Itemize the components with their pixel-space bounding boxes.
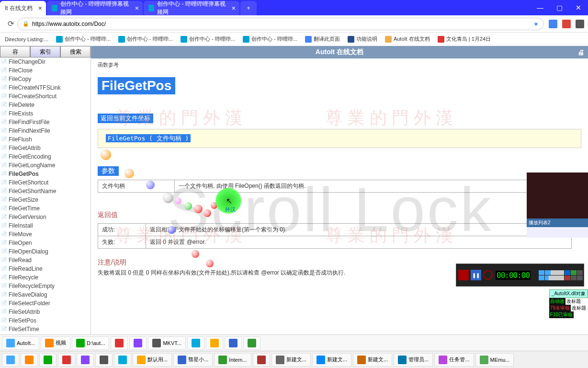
sidebar-item[interactable]: FileRecycle xyxy=(0,273,90,282)
sidebar-item[interactable]: FileReadLine xyxy=(0,264,90,273)
bilibili-icon xyxy=(118,36,125,43)
sidebar-item[interactable]: FileCopy xyxy=(0,75,90,83)
extension-icon[interactable] xyxy=(562,20,571,28)
taskbar-item[interactable]: 任务管... xyxy=(434,353,474,367)
sidebar-item[interactable]: FileGetShortName xyxy=(0,187,90,196)
taskbar-item[interactable]: 视频 xyxy=(41,336,70,350)
taskbar-item[interactable]: AutoIt... xyxy=(2,336,39,350)
pause-button[interactable]: ❚❚ xyxy=(471,270,481,280)
taskbar-item[interactable] xyxy=(39,353,57,367)
taskbar-item[interactable] xyxy=(243,336,260,350)
app-icon xyxy=(178,356,186,364)
sidebar-item[interactable]: FileSelectFolder xyxy=(0,299,90,308)
url-input[interactable]: 🔒 https://www.autoitx.com/Doc/ ★ xyxy=(17,18,544,30)
taskbar-item[interactable]: D:\aut... xyxy=(72,336,110,350)
browser-tab[interactable]: 创作中心 - 哔哩哔哩弹幕视频网 × xyxy=(144,1,239,15)
sidebar-item[interactable]: FileGetLongName xyxy=(0,161,90,170)
taskbar-item[interactable] xyxy=(187,336,204,350)
taskbar-item[interactable]: MEmu... xyxy=(475,353,514,367)
sidebar-item[interactable]: FileSaveDialog xyxy=(0,290,90,299)
bookmark-item[interactable]: 翻译此页面 xyxy=(303,34,342,44)
sidebar-item[interactable]: FileGetTime xyxy=(0,204,90,213)
close-icon[interactable]: × xyxy=(38,4,42,12)
close-icon[interactable]: × xyxy=(232,4,236,12)
sidebar-item[interactable]: FileSetTime xyxy=(0,325,90,334)
sidebar-item[interactable]: FileGetSize xyxy=(0,196,90,204)
translate-icon xyxy=(305,36,312,43)
bookmark-item[interactable]: 文化青岛 | 1月24日 xyxy=(436,34,493,44)
taskbar-item[interactable] xyxy=(2,353,19,367)
sidebar-item[interactable]: FileRecycleEmpty xyxy=(0,282,90,290)
video-thumbnail[interactable] xyxy=(527,172,588,218)
close-button[interactable]: ✕ xyxy=(569,0,588,15)
sidebar-item[interactable]: FileSetPos xyxy=(0,316,90,325)
taskbar-item[interactable]: 新建文... xyxy=(353,353,392,367)
playlist-controls[interactable] xyxy=(527,227,588,238)
bookmark-item[interactable]: 创作中心 - 哔哩哔... xyxy=(116,34,175,44)
sidebar-item[interactable]: FileExists xyxy=(0,109,90,118)
sidebar-item[interactable]: FileCreateShortcut xyxy=(0,92,90,101)
minimize-button[interactable]: — xyxy=(531,0,550,15)
bookmark-item[interactable]: 功能说明 xyxy=(346,34,379,44)
taskbar-item[interactable]: 新建文... xyxy=(312,353,351,367)
sidebar-item[interactable]: FileGetShortcut xyxy=(0,178,90,187)
extension-icon[interactable] xyxy=(576,20,584,28)
sidebar-item[interactable]: FileGetVersion xyxy=(0,213,90,221)
taskbar-item[interactable] xyxy=(206,336,223,350)
screen-recorder[interactable]: ❚❚ 00:00:00 xyxy=(456,264,584,287)
taskbar-item[interactable] xyxy=(21,353,38,367)
sidebar-item[interactable]: FileGetAttrib xyxy=(0,144,90,152)
right-video-panel: 播放列表2 xyxy=(527,172,588,238)
taskbar-item[interactable] xyxy=(111,336,128,350)
bookmark-item[interactable]: AutoIt 在线文档 xyxy=(383,34,432,44)
sidebar-item[interactable]: FileClose xyxy=(0,66,90,75)
bookmark-item[interactable]: 创作中心 - 哔哩哔... xyxy=(54,34,113,44)
taskbar-item[interactable]: Intern... xyxy=(214,353,251,367)
taskbar-item[interactable] xyxy=(77,353,94,367)
print-icon[interactable]: 🖨 xyxy=(577,48,584,56)
taskbar-item[interactable]: MKVT... xyxy=(148,336,186,350)
bookmark-star-icon[interactable]: ★ xyxy=(533,21,539,27)
browser-tab-active[interactable]: It 在线文档 × xyxy=(0,1,46,15)
reload-button[interactable]: ⟳ xyxy=(4,19,17,28)
taskbar-item[interactable] xyxy=(253,353,270,367)
sidebar-item[interactable]: FileFindFirstFile xyxy=(0,118,90,126)
sidebar-item[interactable]: FileDelete xyxy=(0,101,90,109)
sidebar-item[interactable]: FileGetEncoding xyxy=(0,152,90,161)
sidebar-item[interactable]: FileFlush xyxy=(0,135,90,144)
taskbar-item[interactable]: 默认用... xyxy=(133,353,172,367)
sidebar-tab-search[interactable]: 搜索 xyxy=(60,46,90,58)
taskbar-item[interactable]: 管理员... xyxy=(394,353,433,367)
bookmark-item[interactable]: Directory Listing:... xyxy=(3,35,50,43)
close-icon[interactable]: × xyxy=(135,4,139,12)
new-tab-button[interactable]: + xyxy=(240,1,257,15)
bookmark-item[interactable]: 创作中心 - 哔哩哔... xyxy=(179,34,237,44)
sidebar-item[interactable]: FileFindNextFile xyxy=(0,126,90,135)
sidebar-item[interactable]: FileGetPos xyxy=(0,170,90,178)
sidebar-item[interactable]: FileMove xyxy=(0,230,90,239)
sidebar-tab-contents[interactable]: 容 xyxy=(0,46,30,58)
sidebar-item[interactable]: FileOpen xyxy=(0,239,90,247)
taskbar-item[interactable]: 新建文... xyxy=(271,353,311,367)
app-icon xyxy=(248,339,256,347)
sidebar-list[interactable]: FileChangeDirFileCloseFileCopyFileCreate… xyxy=(0,58,90,334)
translate-icon[interactable] xyxy=(549,20,557,28)
taskbar-item[interactable]: 彗星小... xyxy=(173,353,213,367)
sidebar-item[interactable]: FileOpenDialog xyxy=(0,247,90,256)
taskbar-item[interactable] xyxy=(95,353,113,367)
taskbar-item[interactable] xyxy=(58,353,75,367)
maximize-button[interactable]: ▢ xyxy=(550,0,569,15)
taskbar-item[interactable] xyxy=(129,336,147,350)
status-panel: _AutoItX.dll对象 自动改改标题 79未审核改标题 F10已审核 xyxy=(549,289,588,318)
sidebar-item[interactable]: FileChangeDir xyxy=(0,58,90,66)
browser-tab[interactable]: 创作中心 - 哔哩哔哩弹幕视频网 × xyxy=(47,1,143,15)
sidebar-item[interactable]: FileRead xyxy=(0,256,90,264)
sidebar-item[interactable]: FileCreateNTFSLink xyxy=(0,83,90,92)
sidebar-item[interactable]: FileInstall xyxy=(0,221,90,230)
taskbar-item[interactable] xyxy=(225,336,242,350)
sidebar-item[interactable]: FileSetAttrib xyxy=(0,308,90,316)
bookmark-item[interactable]: 创作中心 - 哔哩哔... xyxy=(241,34,299,44)
taskbar-item[interactable] xyxy=(114,353,131,367)
record-button[interactable] xyxy=(458,270,469,280)
sidebar-tab-index[interactable]: 索引 xyxy=(30,46,60,58)
